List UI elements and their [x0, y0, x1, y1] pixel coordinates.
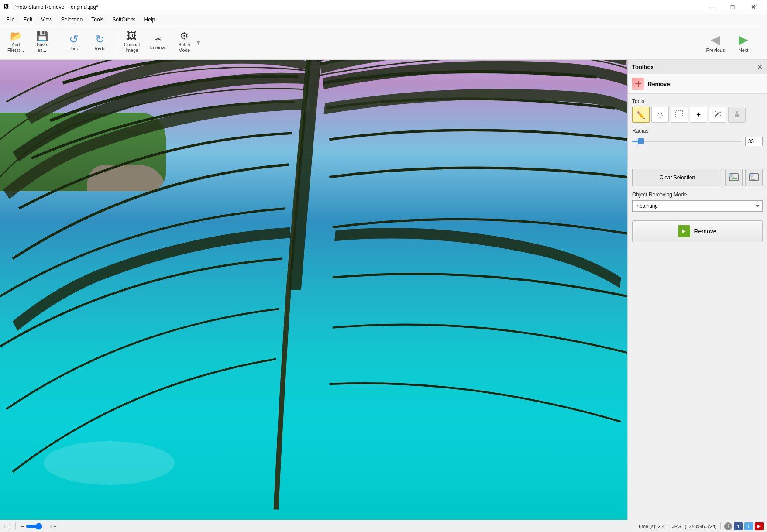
svg-point-12 — [731, 175, 733, 176]
remove-section-title: Remove — [648, 81, 670, 87]
eraser-icon: ◌ — [657, 111, 663, 118]
original-image-button[interactable]: 🖼 OriginalImage — [120, 27, 144, 57]
remove-toolbar-icon: ✂ — [154, 34, 162, 44]
svg-marker-19 — [682, 230, 686, 233]
batch-mode-label: BatchMode — [179, 42, 190, 53]
pencil-icon: ✏️ — [636, 111, 645, 119]
menu-help[interactable]: Help — [140, 16, 160, 24]
mode-section: Object Removing Mode Inpainting Smart Fi… — [632, 192, 763, 212]
save-as-label: Saveas... — [37, 42, 47, 53]
svg-line-3 — [715, 112, 719, 117]
toolbox-title-label: Toolbox — [632, 64, 654, 70]
radius-label: Radius — [632, 128, 763, 134]
info-icon[interactable]: i — [724, 522, 732, 530]
stamp-icon — [733, 110, 741, 120]
export-image-button[interactable] — [725, 169, 743, 186]
clipboard-icon — [749, 173, 759, 182]
app-icon: 🖼 — [3, 3, 10, 10]
svg-point-5 — [715, 111, 716, 112]
menu-edit[interactable]: Edit — [19, 16, 37, 24]
close-button[interactable]: ✕ — [743, 0, 764, 14]
undo-label: Undo — [68, 46, 79, 51]
toolbox-close-button[interactable]: ✕ — [757, 63, 763, 71]
wand-icon — [714, 110, 722, 120]
maximize-button[interactable]: □ — [722, 0, 743, 14]
stamp-tool-button[interactable] — [728, 107, 746, 123]
svg-point-6 — [720, 115, 721, 116]
toolbar-sep-1 — [58, 29, 58, 55]
export-clipboard-button[interactable] — [745, 169, 763, 186]
next-icon: ▶ — [739, 32, 748, 47]
action-row: Clear Selection — [632, 169, 763, 186]
zoom-slider-area: − + — [21, 523, 56, 530]
status-right: Time (s): 2.4 JPG (1280x960x24) i f t ▶ — [638, 522, 764, 530]
menu-file[interactable]: File — [2, 16, 19, 24]
format-label: JPG — [672, 524, 681, 529]
social-icons: i f t ▶ — [724, 522, 764, 530]
add-file-button[interactable]: 📂 AddFile(s)... — [3, 27, 28, 57]
facebook-icon[interactable]: f — [734, 522, 743, 530]
mode-label: Object Removing Mode — [632, 192, 763, 198]
svg-rect-9 — [736, 111, 738, 115]
canvas-area[interactable] — [0, 60, 627, 520]
main-area: Toolbox ✕ Remove Tools ✏️ ◌ — [0, 60, 767, 520]
zoom-controls: 1:1 — [3, 524, 10, 529]
time-label: Time (s): 2.4 — [638, 524, 664, 529]
batch-mode-icon: ⚙ — [180, 31, 189, 41]
zoom-minus-icon[interactable]: − — [21, 524, 24, 529]
menu-tools[interactable]: Tools — [87, 16, 108, 24]
radius-input[interactable] — [745, 137, 763, 146]
tools-label: Tools — [632, 98, 763, 104]
add-file-label: AddFile(s)... — [7, 42, 24, 53]
remove-arrow-icon — [678, 225, 690, 237]
remove-big-label: Remove — [694, 228, 716, 235]
mode-select[interactable]: Inpainting Smart Fill Texture Synthesis — [632, 200, 763, 212]
status-divider-1 — [15, 523, 16, 530]
menu-softorbits[interactable]: SoftOrbits — [108, 16, 140, 24]
batch-mode-button[interactable]: ⚙ BatchMode — [172, 27, 196, 57]
zoom-slider[interactable] — [26, 523, 52, 530]
status-divider-3 — [720, 523, 721, 530]
next-label: Next — [739, 48, 749, 53]
undo-icon: ↺ — [69, 34, 79, 45]
pencil-tool-button[interactable]: ✏️ — [632, 107, 650, 123]
toolbar-more-icon[interactable]: ▾ — [196, 38, 200, 47]
menu-view[interactable]: View — [37, 16, 57, 24]
clear-selection-button[interactable]: Clear Selection — [632, 169, 722, 186]
previous-button[interactable]: ◀ Previous — [702, 27, 729, 57]
previous-label: Previous — [706, 48, 725, 53]
toolbar: 📂 AddFile(s)... 💾 Saveas... ↺ Undo ↻ Red… — [0, 25, 767, 60]
toolbox-title-row: Toolbox — [632, 64, 654, 70]
save-as-button[interactable]: 💾 Saveas... — [30, 27, 54, 57]
next-button[interactable]: ▶ Next — [730, 27, 757, 57]
menu-selection[interactable]: Selection — [57, 16, 87, 24]
radius-thumb[interactable] — [638, 138, 644, 144]
export-icon — [729, 173, 739, 182]
remove-section-header: Remove — [628, 74, 767, 94]
add-file-icon: 📂 — [10, 31, 22, 41]
undo-button[interactable]: ↺ Undo — [62, 27, 86, 57]
minimize-button[interactable]: ─ — [702, 0, 722, 14]
navigation-area: ◀ Previous ▶ Next — [702, 27, 764, 57]
rectangle-select-button[interactable] — [671, 107, 688, 123]
remove-toolbar-label: Remove — [149, 45, 166, 51]
toolbox-panel: Toolbox ✕ Remove Tools ✏️ ◌ — [627, 60, 767, 520]
rectangle-select-icon — [675, 110, 683, 119]
magic-select-button[interactable]: ✦ — [690, 107, 707, 123]
remove-big-button[interactable]: Remove — [632, 220, 763, 242]
zoom-plus-icon[interactable]: + — [54, 524, 56, 529]
youtube-icon[interactable]: ▶ — [755, 522, 764, 530]
toolbox-header: Toolbox ✕ — [628, 60, 767, 74]
magic-select-icon: ✦ — [696, 111, 702, 119]
redo-button[interactable]: ↻ Redo — [88, 27, 112, 57]
image-canvas[interactable] — [0, 60, 627, 520]
toolbar-sep-2 — [116, 29, 116, 55]
tools-section: Tools ✏️ ◌ ✦ — [632, 98, 763, 123]
eraser-tool-button[interactable]: ◌ — [651, 107, 669, 123]
zoom-level-label: 1:1 — [3, 524, 10, 529]
wand-tool-button[interactable] — [709, 107, 726, 123]
previous-icon: ◀ — [711, 32, 720, 47]
twitter-icon[interactable]: t — [744, 522, 753, 530]
remove-toolbar-button[interactable]: ✂ Remove — [146, 27, 170, 57]
radius-slider-container[interactable] — [632, 137, 742, 146]
